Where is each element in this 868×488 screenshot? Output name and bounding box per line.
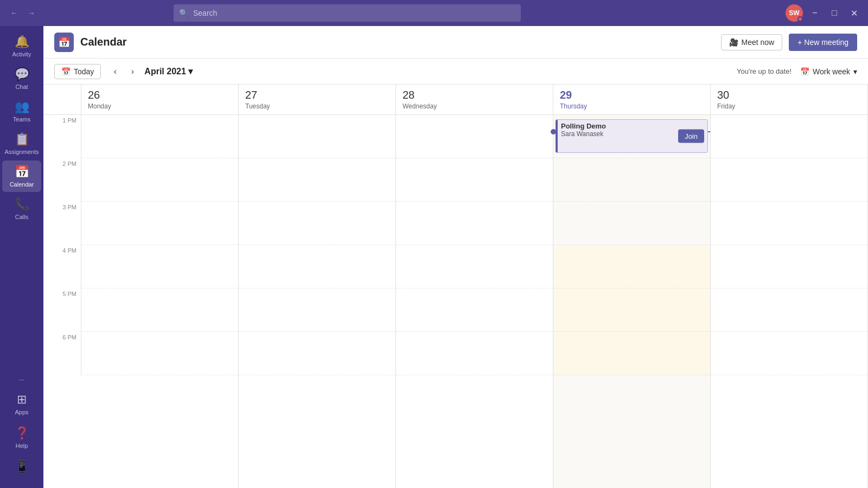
day-name: Tuesday [245,102,389,110]
day-header-mon: 26 Monday [81,85,239,114]
time-row-3pm-wed [396,202,553,245]
time-row-6pm-wed [396,332,553,375]
page-icon: 📅 [54,33,74,52]
avatar-status-badge [797,16,803,22]
time-label: 4 PM [62,247,76,254]
sidebar-item-calls[interactable]: 📞 Calls [2,193,41,224]
uptodate-text: You're up to date! [737,67,792,75]
sidebar-item-assignments[interactable]: 📋 Assignments [2,128,41,159]
main-layout: 🔔 Activity 💬 Chat 👥 Teams 📋 Assignments … [0,26,868,488]
avatar[interactable]: SW [786,4,803,22]
time-grid: 1 PM 2 PM 3 PM 4 PM 5 PM 6 PM [43,115,868,488]
search-input[interactable] [174,4,521,22]
page-title: Calendar [80,36,127,48]
sidebar-item-label: Apps [15,409,28,415]
event-polling-demo[interactable]: Polling Demo Sara Wanasek Join [556,119,708,153]
search-icon: 🔍 [179,9,188,17]
titlebar-right: SW − □ ✕ [786,4,861,22]
time-row-3pm-fri [711,202,867,245]
time-row-3pm-tue [239,202,395,245]
more-label: ··· [19,376,24,383]
day-header-thu: 29 Thursday [553,85,711,114]
day-header-tue: 27 Tuesday [239,85,396,114]
minimize-button[interactable]: − [807,5,822,21]
time-row-6pm-fri [711,332,867,375]
day-column-thu: Polling Demo Sara Wanasek Join [553,115,711,488]
calendar-month-title[interactable]: April 2021 ▾ [144,66,192,76]
maximize-button[interactable]: □ [827,5,842,21]
day-header-wed: 28 Wednesday [396,85,553,114]
sidebar-item-mobile[interactable]: 📱 [2,455,41,478]
day-column-wed [396,115,553,488]
time-row-2pm-mon [81,158,238,202]
time-slot-5pm: 5 PM [43,288,81,332]
day-headers: 26 Monday 27 Tuesday 28 Wednesday 29 Thu… [43,85,868,115]
time-slot-3pm: 3 PM [43,202,81,245]
sidebar-item-label: Assignments [5,149,39,155]
day-header-spacer [43,85,81,114]
time-row-3pm-thu [553,202,710,245]
close-button[interactable]: ✕ [846,5,861,21]
sidebar-item-calendar[interactable]: 📅 Calendar [2,160,41,192]
time-row-4pm-tue [239,245,395,288]
day-number: 30 [717,89,861,101]
day-number: 27 [245,89,389,101]
time-row-2pm-thu [553,158,710,202]
day-name: Friday [717,102,861,110]
new-meeting-button[interactable]: + New meeting [789,34,857,51]
chevron-down-icon: ▾ [188,66,193,76]
page-header-right: 🎥 Meet now + New meeting [721,34,857,51]
time-slot-4pm: 4 PM [43,245,81,288]
sidebar-item-label: Teams [13,116,30,123]
page-header: 📅 Calendar 🎥 Meet now + New meeting [43,26,868,59]
sidebar-item-label: Activity [12,51,31,57]
time-row-6pm-tue [239,332,395,375]
chevron-down-icon: ▾ [853,67,857,76]
today-button[interactable]: 📅 Today [54,64,101,79]
video-icon: 🎥 [729,38,738,47]
cal-toolbar-right: You're up to date! 📅 Work week ▾ [737,67,857,76]
help-icon: ❓ [15,426,29,440]
titlebar: ← → 🔍 SW − □ ✕ [0,0,868,26]
time-row-2pm-fri [711,158,867,202]
time-row-2pm-tue [239,158,395,202]
time-slot-6pm: 6 PM [43,332,81,375]
calendar-small-icon: 📅 [61,67,71,76]
meet-now-button[interactable]: 🎥 Meet now [721,34,783,50]
time-slot-1pm: 1 PM [43,115,81,158]
time-slot-2pm: 2 PM [43,158,81,202]
sidebar-item-help[interactable]: ❓ Help [2,422,41,453]
apps-icon: ⊞ [17,393,27,407]
sidebar-item-label: Calls [15,214,28,220]
sidebar-item-more[interactable]: ··· [2,372,41,387]
day-number: 26 [88,89,232,101]
nav-forward-button[interactable]: → [24,5,39,21]
time-row-1pm-mon [81,115,238,158]
sidebar-item-teams[interactable]: 👥 Teams [2,95,41,127]
time-row-5pm-wed [396,288,553,332]
time-row-5pm-fri [711,288,867,332]
prev-month-button[interactable]: ‹ [107,64,123,79]
sidebar-item-apps[interactable]: ⊞ Apps [2,388,41,420]
time-label: 6 PM [62,334,76,341]
sidebar-item-chat[interactable]: 💬 Chat [2,63,41,94]
mobile-icon: 📱 [15,460,29,474]
search-bar: 🔍 [174,4,521,22]
time-row-4pm-mon [81,245,238,288]
time-row-5pm-tue [239,288,395,332]
sidebar-item-label: Chat [15,84,28,90]
calendar-icon: 📅 [15,165,29,179]
next-month-button[interactable]: › [125,64,140,79]
workweek-button[interactable]: 📅 Work week ▾ [800,67,857,76]
calendar-nav: ‹ › [107,64,140,79]
page-header-left: 📅 Calendar [54,33,127,52]
join-meeting-button[interactable]: Join [678,130,704,143]
teams-icon: 👥 [15,100,29,114]
time-row-4pm-fri [711,245,867,288]
time-row-1pm-fri [711,115,867,158]
sidebar: 🔔 Activity 💬 Chat 👥 Teams 📋 Assignments … [0,26,43,488]
sidebar-item-activity[interactable]: 🔔 Activity [2,30,41,62]
workweek-icon: 📅 [800,67,809,76]
nav-back-button[interactable]: ← [7,5,22,21]
day-column-fri [711,115,868,488]
